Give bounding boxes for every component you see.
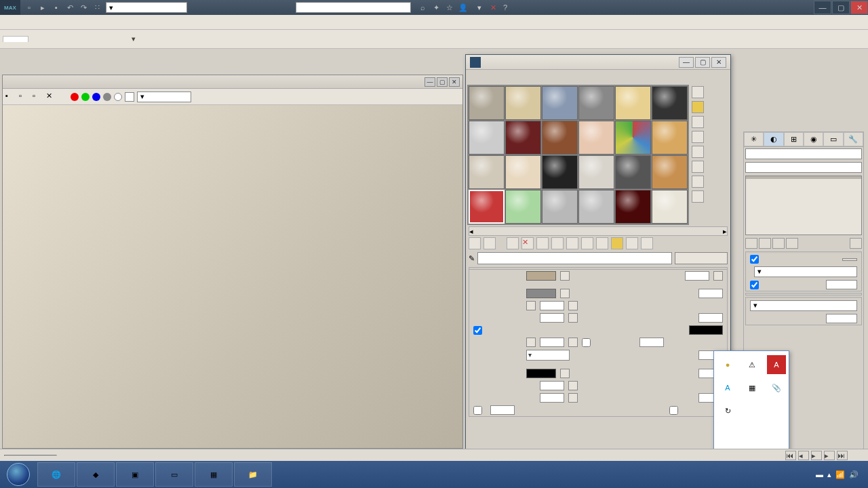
minimize-button[interactable]: —: [814, 1, 831, 14]
targeted-checkbox[interactable]: [750, 281, 759, 289]
exchange-icon[interactable]: ✕: [487, 1, 499, 14]
create-tab-icon[interactable]: ✳: [744, 132, 764, 146]
red-channel-icon[interactable]: [71, 93, 79, 101]
material-sample[interactable]: [615, 86, 651, 120]
clip-icon[interactable]: 📎: [767, 378, 786, 397]
reflect-map[interactable]: [560, 289, 570, 298]
refract-swatch[interactable]: [526, 369, 556, 378]
star-icon[interactable]: ☆: [443, 1, 456, 14]
material-id-icon[interactable]: [581, 237, 593, 249]
goto-end-icon[interactable]: ⏭: [837, 451, 848, 460]
undo-icon[interactable]: ↶: [64, 1, 76, 14]
fresnelior-map[interactable]: [568, 338, 578, 347]
iv-min-icon[interactable]: —: [425, 77, 435, 87]
signin-link[interactable]: ▾: [472, 3, 487, 12]
assign-icon[interactable]: [507, 237, 519, 249]
on-checkbox[interactable]: [750, 255, 759, 264]
material-sample[interactable]: [615, 155, 651, 189]
object-name-input[interactable]: [745, 148, 862, 159]
taskbar-explorer-icon[interactable]: 📁: [234, 462, 272, 487]
viewport-rollout-header[interactable]: [746, 293, 861, 295]
refract-map[interactable]: [560, 369, 570, 378]
make-unique-icon[interactable]: [551, 237, 564, 249]
menu-group[interactable]: [38, 21, 52, 24]
dimdist-spinner[interactable]: [639, 338, 664, 347]
material-sample[interactable]: [542, 86, 578, 120]
stack-item[interactable]: [746, 176, 861, 179]
material-sample[interactable]: [505, 86, 541, 120]
get-material-icon[interactable]: [469, 237, 481, 249]
menu-rendering[interactable]: [136, 21, 149, 24]
goto-start-icon[interactable]: ⏮: [785, 451, 796, 460]
binoculars-icon[interactable]: ⌕: [416, 1, 429, 14]
fresnelior-spinner[interactable]: [540, 338, 564, 347]
refr-exitc-checkbox[interactable]: [669, 406, 678, 415]
show-end-icon[interactable]: [611, 237, 623, 249]
material-editor-title[interactable]: — ▢ ✕: [466, 55, 730, 70]
material-sample[interactable]: [652, 86, 688, 120]
tab-populate[interactable]: [102, 37, 126, 42]
user-icon[interactable]: 👤: [457, 1, 469, 14]
material-sample[interactable]: [469, 86, 505, 120]
targeted-spinner[interactable]: [826, 280, 857, 289]
abbe-checkbox[interactable]: [473, 406, 482, 415]
channel-selector[interactable]: ▾: [137, 92, 191, 102]
material-sample[interactable]: [505, 190, 541, 224]
material-sample[interactable]: [469, 155, 505, 189]
mult-spinner[interactable]: [826, 314, 857, 323]
gloss-map[interactable]: [568, 381, 578, 390]
material-sample[interactable]: [542, 190, 578, 224]
material-sample[interactable]: [578, 155, 614, 189]
open-icon[interactable]: ▸: [37, 1, 49, 14]
tray-flag-icon[interactable]: ▬: [816, 470, 823, 479]
diffuse-swatch[interactable]: [526, 271, 556, 281]
image-content[interactable]: [3, 105, 462, 448]
material-sample[interactable]: [469, 121, 505, 155]
a360-icon[interactable]: ●: [718, 355, 737, 374]
material-sample-selected[interactable]: [469, 190, 505, 224]
start-button[interactable]: [0, 461, 37, 488]
tab-expand-icon[interactable]: ▾: [126, 32, 141, 46]
hgloss-spinner[interactable]: [540, 301, 564, 310]
workspace-selector[interactable]: ▾: [106, 2, 187, 13]
maximize-button[interactable]: ▢: [832, 1, 850, 14]
box-icon[interactable]: ▦: [743, 378, 762, 397]
menu-laubwerk[interactable]: [201, 21, 214, 24]
material-sample[interactable]: [578, 86, 614, 120]
material-sample[interactable]: [615, 121, 651, 155]
display-tab-icon[interactable]: ▭: [823, 132, 843, 146]
me-min-icon[interactable]: —: [679, 57, 694, 68]
abbe-spinner[interactable]: [490, 405, 515, 415]
rgloss-map[interactable]: [568, 313, 578, 323]
redo-icon[interactable]: ↷: [77, 1, 90, 14]
exclude-button[interactable]: [842, 258, 857, 261]
new-icon[interactable]: ▫: [23, 1, 35, 14]
exitcolor-swatch[interactable]: [689, 325, 723, 335]
modify-tab-icon[interactable]: ◐: [764, 132, 783, 146]
search-input[interactable]: [296, 2, 411, 13]
type-selector[interactable]: ▾: [754, 266, 857, 277]
sample-type-icon[interactable]: [692, 86, 704, 98]
prev-frame-icon[interactable]: ◂: [798, 451, 809, 460]
taskbar-notepad-icon[interactable]: ▭: [155, 462, 193, 487]
hgloss-lock[interactable]: [526, 301, 536, 310]
menu-help[interactable]: [217, 21, 231, 24]
material-sample[interactable]: [505, 155, 541, 189]
ior-spinner[interactable]: [540, 393, 564, 403]
ior-map[interactable]: [568, 393, 578, 403]
modifier-list-selector[interactable]: [745, 162, 862, 173]
maxdepth-spinner[interactable]: [698, 313, 723, 323]
units-selector[interactable]: ▾: [750, 300, 857, 311]
taskbar-chrome-icon[interactable]: 🌐: [37, 462, 75, 487]
remove-mod-icon[interactable]: [786, 238, 798, 249]
me-max-icon[interactable]: ▢: [695, 57, 710, 68]
play-icon[interactable]: ▸: [811, 451, 822, 460]
reset-icon[interactable]: ✕: [521, 237, 534, 249]
tray-network-icon[interactable]: 📶: [835, 470, 845, 479]
material-type-button[interactable]: [675, 252, 728, 264]
background-icon[interactable]: [692, 116, 704, 128]
nav-icon[interactable]: ✦: [430, 1, 442, 14]
diffuse-map-button[interactable]: [560, 271, 570, 281]
pick-icon[interactable]: ✎: [469, 254, 475, 263]
make-unique-st-icon[interactable]: [772, 238, 785, 249]
